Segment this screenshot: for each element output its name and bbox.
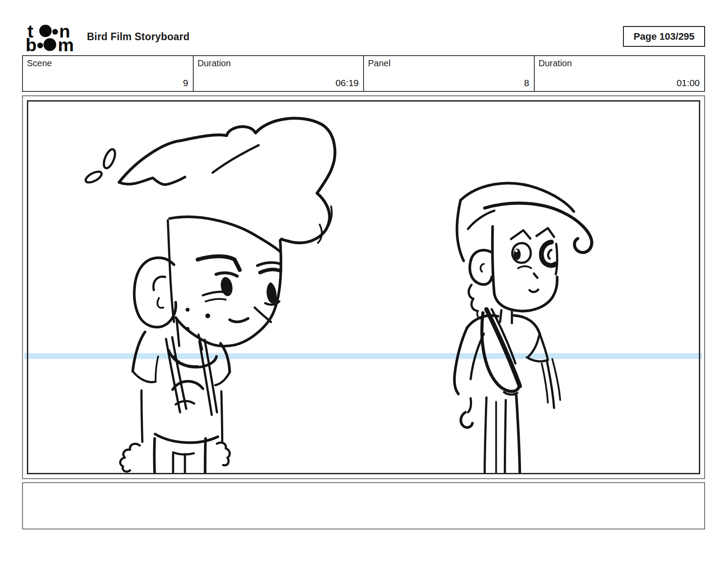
caption-box <box>22 482 705 529</box>
boy-shirt-arc <box>173 381 203 389</box>
figure-nose <box>534 273 537 278</box>
boy-left-sleeve-inner <box>155 356 158 382</box>
logo-small-dot-2 <box>38 43 43 49</box>
boy-near-brow <box>198 256 240 270</box>
figure-hair-curl-2 <box>472 299 478 311</box>
scene-duration-cell: Duration 06:19 <box>194 56 364 91</box>
figure-right-sleeve-inner <box>529 336 539 356</box>
boy-right-shoulder <box>221 343 230 372</box>
logo-letter-m: m <box>58 35 74 53</box>
boy-hair-crease <box>213 145 259 173</box>
page-number-box: Page 103/295 <box>623 26 705 47</box>
boy-torso-right <box>221 391 222 442</box>
boy-freckle-3 <box>186 327 190 331</box>
figure-ear-inner <box>480 264 484 272</box>
figure-wrist <box>468 398 471 412</box>
figure-left-arm-outer <box>454 328 467 394</box>
logo-big-dot-2 <box>44 38 56 51</box>
storyboard-panel <box>22 95 705 479</box>
scene-cell: Scene 9 <box>23 56 194 91</box>
figure-bang-swoosh <box>485 203 592 253</box>
figure-cheek-line <box>518 266 531 268</box>
scene-duration-label: Duration <box>198 58 231 68</box>
project-title: Bird Film Storyboard <box>87 31 190 43</box>
boy-right-hand <box>217 442 230 465</box>
boy-under-eye-crease-2 <box>206 299 226 302</box>
scene-label: Scene <box>27 58 52 68</box>
panel-duration-label: Duration <box>539 58 572 68</box>
boy-torso-left <box>142 390 143 442</box>
figure-lapel-loop <box>482 313 519 391</box>
panel-label: Panel <box>368 58 390 68</box>
figure-near-pupil-highlight <box>515 249 518 252</box>
figure-mouth <box>529 290 538 292</box>
boy-mouth <box>230 318 248 322</box>
boy-emphasis-mark-2 <box>84 170 103 185</box>
figure-skirt-line-3 <box>505 400 506 473</box>
storyboard-pdf-page: t n b m Bird Film Storyboard Page 103/29… <box>0 0 728 563</box>
toonboom-logo: t n b m <box>25 23 79 53</box>
boy-nose <box>255 307 271 322</box>
boy-left-sleeve <box>133 371 156 382</box>
figure-hair-curl-1 <box>469 285 473 299</box>
page-number-label: Page 103/295 <box>634 31 694 42</box>
boy-ear-hook <box>158 298 164 308</box>
panel-value: 8 <box>524 78 529 88</box>
boy-hairline-sweep <box>169 217 281 252</box>
logo-small-dot-1 <box>53 29 58 35</box>
boy-strap-left-a <box>166 339 180 412</box>
boy-strap-right-a <box>199 342 212 415</box>
figure-right-sleeve-outer <box>540 335 548 360</box>
shot-info-table: Scene 9 Duration 06:19 Panel 8 Duration … <box>22 55 705 92</box>
figure-bang-tip-1 <box>511 230 530 239</box>
boy-freckle-2 <box>205 314 210 318</box>
boy-strap-right-b <box>205 340 217 412</box>
boy-right-sleeve <box>215 372 230 385</box>
figure-hand-curl <box>461 412 472 427</box>
panel-duration-value: 01:00 <box>676 78 700 88</box>
figure-cap-brim <box>468 211 495 229</box>
figure-cap-top <box>461 183 574 212</box>
boy-hair-fringe <box>119 177 185 185</box>
camera-frame <box>27 100 700 474</box>
figure-drape-right-2 <box>542 363 548 403</box>
boy-far-brow <box>257 263 280 266</box>
boy-shorts-line <box>173 453 194 455</box>
scene-duration-value: 06:19 <box>335 78 359 88</box>
boy-far-eyelid <box>260 269 281 272</box>
figure-neck-left <box>500 310 501 322</box>
storyboard-sketch <box>28 102 699 473</box>
figure-chin <box>494 277 557 311</box>
boy-freckle-1 <box>186 308 190 312</box>
boy-shirt-hem <box>155 434 218 442</box>
figure-skirt-line-4 <box>516 396 520 473</box>
boy-leg-outer-right <box>205 438 206 473</box>
figure-face-left-edge <box>492 227 494 295</box>
panel-cell: Panel 8 <box>364 56 535 91</box>
panel-duration-cell: Duration 01:00 <box>535 56 705 91</box>
boy-near-eyelid <box>216 273 237 276</box>
boy-left-hand <box>120 444 139 472</box>
boy-ear-inner <box>154 277 165 290</box>
boy-left-shoulder <box>133 332 145 371</box>
figure-cap-left-edge <box>457 200 464 261</box>
boy-far-pupil <box>266 282 277 303</box>
boy-pupil <box>219 276 234 297</box>
figure-bang-tip-2 <box>537 228 554 237</box>
logo-letter-b: b <box>26 35 37 53</box>
figure-face-right-edge <box>556 244 557 274</box>
figure-skirt-line-1 <box>485 397 487 473</box>
figure-far-eye-inner-arc <box>548 250 551 259</box>
boy-emphasis-mark-1 <box>101 148 117 170</box>
boy-leg-outer-left <box>154 438 155 473</box>
boy-strap-left-b <box>172 337 186 409</box>
scene-value: 9 <box>183 78 188 88</box>
boy-hair-texture-1 <box>318 225 322 243</box>
figure-right-sleeve-bottom <box>527 357 548 361</box>
figure-right-shoulder <box>514 315 540 334</box>
boy-face-left-edge <box>168 220 174 322</box>
logo-big-dot-1 <box>39 25 52 37</box>
